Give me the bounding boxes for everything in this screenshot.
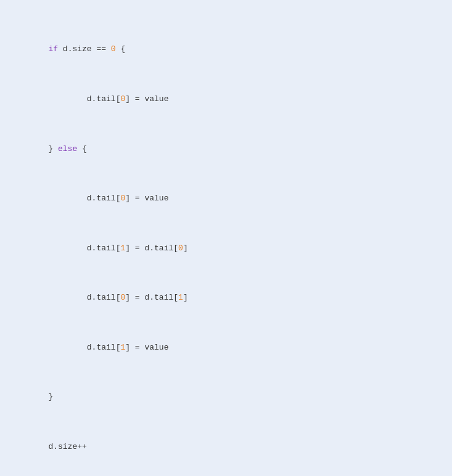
code-line: d.size++	[10, 441, 442, 453]
code-line: d.tail[1] = d.tail[0]	[10, 242, 442, 255]
code-line: if d.size == 0 {	[10, 43, 442, 55]
code-line: d.tail[1] = value	[10, 342, 442, 354]
code-line: d.tail[0] = d.tail[1]	[10, 292, 442, 304]
code-line: }	[10, 391, 442, 403]
code-line: d.tail[0] = value	[10, 192, 442, 205]
code-line: } else {	[10, 143, 442, 155]
code-block: if d.size == 0 { d.tail[0] = value } els…	[10, 6, 442, 476]
code-line: d.tail[0] = value	[10, 93, 442, 105]
